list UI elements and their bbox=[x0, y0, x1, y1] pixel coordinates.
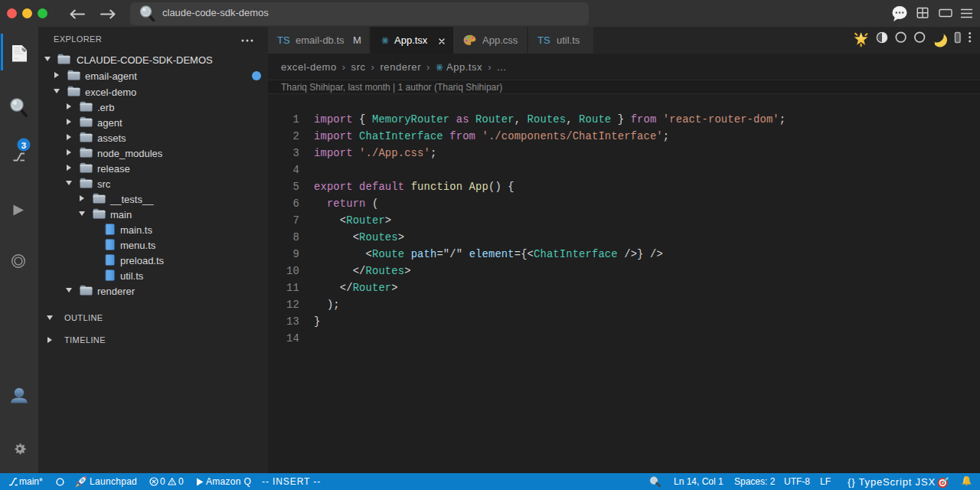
svg-text:3: 3 bbox=[21, 141, 26, 150]
